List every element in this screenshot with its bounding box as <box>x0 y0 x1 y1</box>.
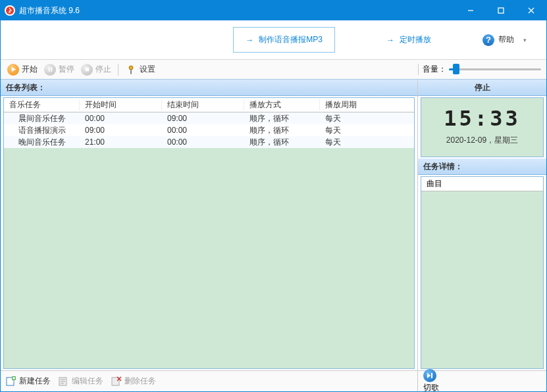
task-table: 音乐任务 开始时间 结束时间 播放方式 播放周期 晨间音乐任务 00:00 09… <box>3 97 415 369</box>
svg-rect-7 <box>85 68 88 71</box>
volume-thumb[interactable] <box>453 64 459 74</box>
cell-name: 晨间音乐任务 <box>4 113 80 124</box>
stop-icon <box>81 64 93 76</box>
skip-icon <box>423 369 436 382</box>
stop-label: 停止 <box>95 64 111 75</box>
delete-task-label: 删除任务 <box>124 376 156 387</box>
start-button[interactable]: 开始 <box>5 62 40 77</box>
arrow-right-icon: → <box>386 36 394 45</box>
left-column: 任务列表： 音乐任务 开始时间 结束时间 播放方式 播放周期 晨间音乐任务 00… <box>1 80 418 391</box>
pause-button[interactable]: 暂停 <box>41 62 77 77</box>
maximize-button[interactable] <box>486 1 516 20</box>
svg-rect-13 <box>112 378 119 385</box>
table-body: 晨间音乐任务 00:00 09:00 顺序，循环 每天 语音播报演示 09:00… <box>4 112 414 368</box>
volume-slider[interactable] <box>449 68 541 70</box>
column-header[interactable]: 结束时间 <box>162 99 244 110</box>
top-toolbar: → 制作语音播报MP3 → 定时播放 ? 帮助 ▾ <box>1 20 546 60</box>
schedule-label: 定时播放 <box>400 34 431 45</box>
clock-date: 2020-12-09，星期三 <box>421 135 543 146</box>
cell-mode: 顺序，循环 <box>244 125 320 136</box>
volume-label: 音量： <box>423 64 446 75</box>
cell-cycle: 每天 <box>320 137 414 148</box>
edit-task-label: 编辑任务 <box>72 376 103 387</box>
help-icon: ? <box>482 34 494 46</box>
track-column-header[interactable]: 曲目 <box>421 177 543 191</box>
play-icon <box>7 64 19 76</box>
window-title: 超市播音系统 9.6 <box>19 5 456 16</box>
minimize-button[interactable] <box>456 1 486 20</box>
status-header: 停止 <box>418 80 546 96</box>
svg-rect-2 <box>498 8 504 13</box>
skip-bar: 切歌 <box>418 370 546 391</box>
column-header[interactable]: 音乐任务 <box>4 99 80 110</box>
table-header-row: 音乐任务 开始时间 结束时间 播放方式 播放周期 <box>4 98 414 112</box>
table-row[interactable]: 语音播报演示 09:00 00:00 顺序，循环 每天 <box>4 124 414 136</box>
gear-icon <box>125 64 137 76</box>
svg-rect-5 <box>48 67 49 71</box>
cell-name: 语音播报演示 <box>4 125 80 136</box>
cell-end: 00:00 <box>162 137 244 147</box>
cell-start: 09:00 <box>80 126 162 135</box>
new-task-label: 新建任务 <box>19 376 51 387</box>
column-header[interactable]: 开始时间 <box>80 99 162 110</box>
delete-task-button[interactable]: 删除任务 <box>111 376 156 387</box>
cell-name: 晚间音乐任务 <box>4 137 80 148</box>
chevron-down-icon: ▾ <box>523 37 527 43</box>
start-label: 开始 <box>22 64 38 75</box>
cell-start: 21:00 <box>80 137 162 147</box>
make-mp3-label: 制作语音播报MP3 <box>259 34 323 45</box>
skip-button[interactable]: 切歌 <box>423 369 439 392</box>
app-icon <box>5 5 15 16</box>
stop-button[interactable]: 停止 <box>78 62 114 77</box>
task-action-bar: 新建任务 编辑任务 删除任务 <box>1 370 417 391</box>
cell-cycle: 每天 <box>320 125 414 136</box>
delete-icon <box>111 376 122 387</box>
table-row[interactable]: 晚间音乐任务 21:00 00:00 顺序，循环 每天 <box>4 136 414 148</box>
status-panel: 15:33 2020-12-09，星期三 <box>421 97 544 157</box>
cell-start: 00:00 <box>80 114 162 123</box>
column-header[interactable]: 播放周期 <box>320 99 414 110</box>
svg-rect-6 <box>51 67 52 71</box>
help-label: 帮助 <box>498 34 514 45</box>
skip-label: 切歌 <box>423 383 439 392</box>
settings-button[interactable]: 设置 <box>122 62 158 77</box>
edit-task-button[interactable]: 编辑任务 <box>59 376 103 387</box>
cell-cycle: 每天 <box>320 113 414 124</box>
table-row[interactable]: 晨间音乐任务 00:00 09:00 顺序，循环 每天 <box>4 112 414 124</box>
titlebar: 超市播音系统 9.6 <box>1 1 546 20</box>
close-button[interactable] <box>516 1 546 20</box>
tasklist-header: 任务列表： <box>1 80 417 96</box>
column-header[interactable]: 播放方式 <box>244 99 320 110</box>
cell-mode: 顺序，循环 <box>244 137 320 148</box>
new-icon <box>6 376 16 387</box>
make-mp3-button[interactable]: → 制作语音播报MP3 <box>233 27 335 53</box>
schedule-button[interactable]: → 定时播放 <box>375 28 443 52</box>
settings-label: 设置 <box>140 64 155 75</box>
detail-panel: 曲目 <box>421 176 544 369</box>
pause-label: 暂停 <box>59 64 74 75</box>
control-toolbar: 开始 暂停 停止 设置 音量： <box>1 60 546 80</box>
svg-rect-9 <box>130 69 132 74</box>
new-task-button[interactable]: 新建任务 <box>6 376 51 387</box>
svg-rect-16 <box>431 373 432 378</box>
cell-mode: 顺序，循环 <box>244 113 320 124</box>
separator <box>118 64 118 76</box>
detail-header: 任务详情： <box>418 159 546 175</box>
clock-time: 15:33 <box>421 106 543 131</box>
help-button[interactable]: ? 帮助 ▾ <box>482 34 527 46</box>
right-column: 停止 15:33 2020-12-09，星期三 任务详情： 曲目 切歌 <box>418 80 546 391</box>
cell-end: 00:00 <box>162 126 244 135</box>
cell-end: 09:00 <box>162 114 244 123</box>
main-area: 任务列表： 音乐任务 开始时间 结束时间 播放方式 播放周期 晨间音乐任务 00… <box>1 80 546 391</box>
arrow-right-icon: → <box>246 36 253 45</box>
edit-icon <box>59 376 69 387</box>
pause-icon <box>44 64 56 76</box>
